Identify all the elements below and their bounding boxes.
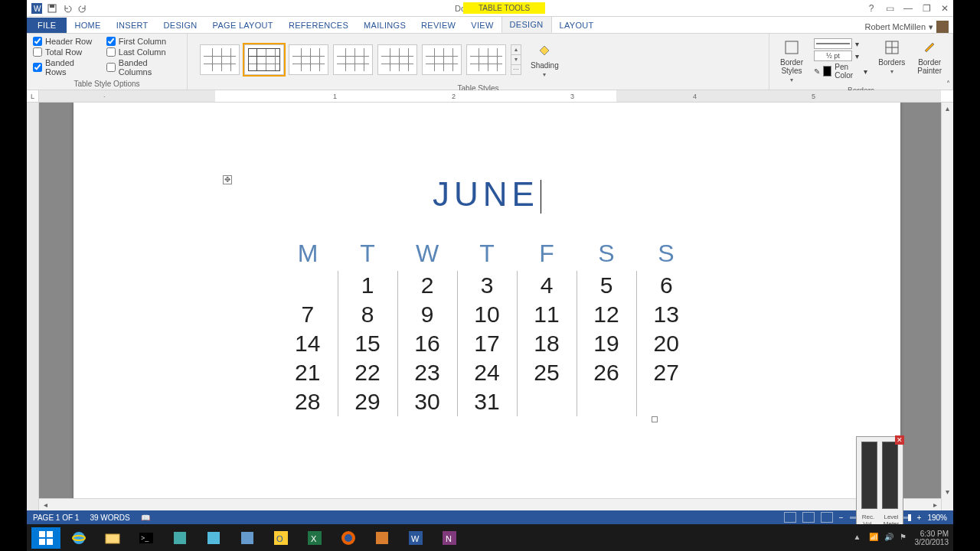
- taskbar-cmd-icon[interactable]: >_: [131, 527, 162, 549]
- calendar-cell[interactable]: 9: [397, 300, 457, 329]
- overlay-close-icon[interactable]: ✕: [895, 435, 904, 445]
- calendar-cell[interactable]: 14: [278, 329, 338, 358]
- tab-references[interactable]: REFERENCES: [281, 18, 356, 33]
- calendar-cell[interactable]: [577, 387, 636, 416]
- horizontal-ruler[interactable]: L · 1 2 3 4 5: [27, 90, 953, 103]
- tray-clock[interactable]: 6:30 PM3/20/2013: [915, 530, 949, 546]
- redo-icon[interactable]: [77, 3, 88, 14]
- table-style-6[interactable]: [422, 44, 462, 75]
- undo-icon[interactable]: [62, 3, 73, 14]
- tab-view[interactable]: VIEW: [463, 18, 501, 33]
- tray-network-icon[interactable]: 📶: [869, 533, 880, 543]
- zoom-out-icon[interactable]: −: [839, 514, 844, 522]
- check-last-column[interactable]: Last Column: [106, 47, 181, 57]
- calendar-cell[interactable]: 28: [278, 387, 338, 416]
- table-style-4[interactable]: [333, 44, 373, 75]
- calendar-cell[interactable]: 20: [636, 329, 696, 358]
- border-painter-button[interactable]: Border Painter: [913, 37, 946, 77]
- calendar-cell[interactable]: 4: [517, 271, 577, 300]
- scroll-right-icon[interactable]: ▸: [929, 499, 941, 510]
- avatar[interactable]: [936, 21, 949, 33]
- calendar-cell[interactable]: 21: [278, 358, 338, 387]
- restore-icon[interactable]: ❐: [921, 3, 932, 14]
- tray-volume-icon[interactable]: 🔊: [884, 533, 895, 543]
- calendar-cell[interactable]: 13: [636, 300, 696, 329]
- calendar-cell[interactable]: 16: [397, 329, 457, 358]
- close-icon[interactable]: ✕: [939, 3, 950, 14]
- page[interactable]: ✥ JUNE M T W T F S S 1234567891011121314…: [74, 103, 900, 510]
- taskbar-excel-icon[interactable]: X: [299, 527, 330, 549]
- calendar-cell[interactable]: [517, 387, 577, 416]
- horizontal-scrollbar[interactable]: ◂ ▸: [39, 498, 941, 510]
- taskbar-app-icon[interactable]: [198, 527, 229, 549]
- scroll-down-icon[interactable]: ▾: [942, 486, 953, 498]
- calendar-cell[interactable]: 24: [457, 358, 517, 387]
- calendar-cell[interactable]: 30: [397, 387, 457, 416]
- save-icon[interactable]: [47, 3, 57, 14]
- calendar-cell[interactable]: 23: [397, 358, 457, 387]
- start-button[interactable]: [31, 527, 60, 549]
- check-banded-columns[interactable]: Banded Columns: [106, 58, 181, 77]
- pen-weight-dropdown[interactable]: ½ pt: [814, 51, 852, 61]
- view-web-layout-icon[interactable]: [821, 512, 833, 523]
- calendar-cell[interactable]: 5: [577, 271, 636, 300]
- gallery-more-button[interactable]: ▴▾⋯: [511, 44, 521, 75]
- calendar-title[interactable]: JUNE: [74, 175, 900, 214]
- calendar-cell[interactable]: [278, 271, 338, 300]
- status-words[interactable]: 39 WORDS: [90, 514, 129, 522]
- tab-insert[interactable]: INSERT: [109, 18, 156, 33]
- tab-file[interactable]: FILE: [27, 18, 67, 33]
- taskbar-word-icon[interactable]: W: [400, 527, 431, 549]
- tab-table-design[interactable]: DESIGN: [501, 16, 552, 33]
- calendar-cell[interactable]: 11: [517, 300, 577, 329]
- calendar-cell[interactable]: 1: [338, 271, 397, 300]
- status-page[interactable]: PAGE 1 OF 1: [33, 514, 79, 522]
- calendar-cell[interactable]: 31: [457, 387, 517, 416]
- calendar-cell[interactable]: 17: [457, 329, 517, 358]
- check-first-column[interactable]: First Column: [106, 37, 181, 46]
- shading-button[interactable]: Shading▾: [526, 40, 564, 80]
- tab-design[interactable]: DESIGN: [156, 18, 205, 33]
- calendar-cell[interactable]: 12: [577, 300, 636, 329]
- calendar-cell[interactable]: 27: [636, 358, 696, 387]
- zoom-in-icon[interactable]: +: [917, 514, 922, 522]
- recording-meter-overlay[interactable]: ✕ Rec. Vol.Level Meter: [856, 436, 903, 528]
- status-proofing-icon[interactable]: 📖: [141, 514, 150, 522]
- taskbar-outlook-icon[interactable]: O: [266, 527, 296, 549]
- scroll-left-icon[interactable]: ◂: [39, 499, 51, 510]
- table-style-2[interactable]: [244, 44, 284, 75]
- ribbon-display-icon[interactable]: ▭: [884, 3, 895, 14]
- calendar-cell[interactable]: 22: [338, 358, 397, 387]
- calendar-cell[interactable]: 7: [278, 300, 338, 329]
- help-icon[interactable]: ?: [866, 3, 877, 14]
- calendar-cell[interactable]: 19: [577, 329, 636, 358]
- taskbar-app-icon[interactable]: [165, 527, 195, 549]
- tab-mailings[interactable]: MAILINGS: [356, 18, 413, 33]
- scroll-up-icon[interactable]: ▴: [942, 103, 953, 115]
- view-read-mode-icon[interactable]: [784, 512, 796, 523]
- calendar-cell[interactable]: 2: [397, 271, 457, 300]
- taskbar-onenote-icon[interactable]: N: [434, 527, 465, 549]
- vertical-ruler[interactable]: [27, 103, 39, 510]
- tab-selector[interactable]: L: [27, 90, 39, 103]
- taskbar-firefox-icon[interactable]: [333, 527, 364, 549]
- account-area[interactable]: Robert McMillen ▾: [865, 21, 949, 33]
- tab-table-layout[interactable]: LAYOUT: [552, 18, 602, 33]
- calendar-table[interactable]: M T W T F S S 12345678910111213141516171…: [278, 236, 696, 416]
- pen-style-dropdown[interactable]: [814, 38, 852, 49]
- taskbar-explorer-icon[interactable]: [97, 527, 128, 549]
- table-style-3[interactable]: [289, 44, 328, 75]
- calendar-cell[interactable]: 6: [636, 271, 696, 300]
- vertical-scrollbar[interactable]: ▴ ▾: [941, 103, 953, 510]
- calendar-cell[interactable]: 3: [457, 271, 517, 300]
- calendar-cell[interactable]: [636, 387, 696, 416]
- minimize-icon[interactable]: —: [903, 3, 913, 14]
- tab-page-layout[interactable]: PAGE LAYOUT: [205, 18, 281, 33]
- check-total-row[interactable]: Total Row: [33, 47, 96, 57]
- tab-review[interactable]: REVIEW: [413, 18, 463, 33]
- taskbar-app-icon[interactable]: [367, 527, 397, 549]
- tab-home[interactable]: HOME: [67, 18, 108, 33]
- table-style-7[interactable]: [466, 44, 506, 75]
- taskbar-ie-icon[interactable]: [64, 527, 94, 549]
- calendar-cell[interactable]: 10: [457, 300, 517, 329]
